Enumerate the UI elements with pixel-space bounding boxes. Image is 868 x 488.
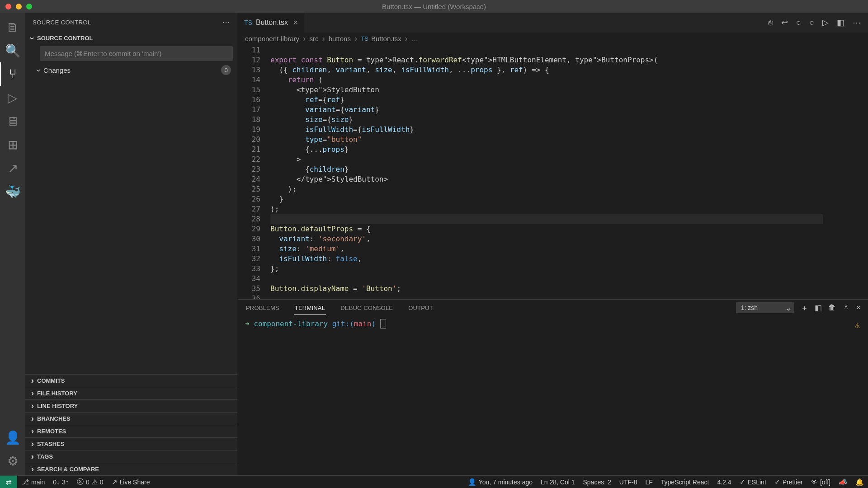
activity-remote[interactable]: 🖥 [0,109,25,133]
run-icon[interactable]: ▷ [822,18,829,28]
status-liveshare[interactable]: ↗ Live Share [108,478,154,486]
status-bell[interactable]: 🔔 [851,478,868,486]
more-icon[interactable]: ⋯ [222,17,231,27]
changes-row[interactable]: Changes 0 [25,64,237,76]
minimap[interactable] [823,45,868,299]
status-sync[interactable]: 0↓ 3↑ [49,479,73,486]
sidebar: SOURCE CONTROL ⋯ SOURCE CONTROL Changes … [25,13,238,475]
next-change-icon[interactable]: ○ [809,18,814,28]
warning-icon: ⚠ [92,478,98,486]
status-spell[interactable]: 👁[off] [807,478,835,486]
split-editor-icon[interactable]: ◧ [837,18,844,28]
breadcrumb-part[interactable]: component-library [245,35,299,42]
terminal[interactable]: ➜ component-library git:(main) ⚠ [238,316,868,475]
error-icon: ⓧ [77,478,84,486]
changes-count-badge: 0 [221,65,231,75]
kill-terminal-icon[interactable]: 🗑 [828,303,836,312]
status-branch-label: main [31,479,45,486]
section-file-history[interactable]: FILE HISTORY [25,387,237,399]
status-feedback[interactable]: 📣 [835,478,851,486]
section-stashes[interactable]: STASHES [25,437,237,450]
activity-search[interactable]: 🔍 [0,39,25,62]
code[interactable]: export const Button = type">React.forwar… [270,45,868,299]
activity-scm[interactable]: ⑂ [0,62,25,86]
panel-tab-output[interactable]: OUTPUT [407,301,434,314]
panel-tab-debug-console[interactable]: DEBUG CONSOLE [340,301,394,314]
bottom-panel: PROBLEMS TERMINAL DEBUG CONSOLE OUTPUT 1… [238,299,868,475]
section-label: TAGS [37,453,53,460]
status-ts-ver[interactable]: 4.2.4 [713,479,735,486]
status-bar: ⇄ ⎇ main 0↓ 3↑ ⓧ0 ⚠0 ↗ Live Share 👤 You,… [0,475,868,488]
status-problems[interactable]: ⓧ0 ⚠0 [73,478,108,486]
status-cursor[interactable]: Ln 28, Col 1 [537,479,579,486]
status-eslint[interactable]: ✓ESLint [736,478,770,486]
status-eol[interactable]: LF [641,479,656,486]
close-icon[interactable]: × [293,18,298,27]
status-eslint-label: ESLint [748,479,766,486]
activity-docker[interactable]: 🐳 [0,180,25,203]
status-encoding[interactable]: UTF-8 [615,479,642,486]
window-maximize[interactable] [26,4,32,9]
activity-extensions[interactable]: ⊞ [0,133,25,156]
activity-run[interactable]: ▷ [0,86,25,109]
scm-section-label: SOURCE CONTROL [37,35,93,42]
split-terminal-icon[interactable]: ◧ [815,303,822,313]
panel-tab-terminal[interactable]: TERMINAL [294,301,326,315]
window-minimize[interactable] [16,4,22,9]
activity-liveshare[interactable]: ↗ [0,156,25,180]
check-icon: ✓ [774,478,780,486]
activity-settings[interactable]: ⚙ [0,449,25,473]
section-search-compare[interactable]: SEARCH & COMPARE [25,463,237,475]
changes-label: Changes [43,66,71,74]
scm-section-header[interactable]: SOURCE CONTROL [25,32,237,44]
terminal-selector[interactable]: 1: zsh [736,302,794,313]
status-prettier[interactable]: ✓Prettier [770,478,807,486]
breadcrumb[interactable]: component-library src buttons TS Button.… [238,33,868,45]
activity-explorer[interactable]: 🗎 [0,15,25,39]
status-prettier-label: Prettier [783,479,803,486]
breadcrumb-part[interactable]: Button.tsx [371,35,401,42]
status-eol-label: LF [645,479,652,486]
section-remotes[interactable]: REMOTES [25,425,237,437]
status-cursor-label: Ln 28, Col 1 [541,479,575,486]
close-panel-icon[interactable]: × [856,303,861,312]
prompt-branch: main [354,319,372,328]
section-commits[interactable]: COMMITS [25,374,237,387]
window-close[interactable] [5,4,11,9]
warning-icon[interactable]: ⚠ [854,319,860,330]
prev-change-icon[interactable]: ○ [796,18,801,28]
status-language[interactable]: TypeScript React [657,479,713,486]
window-title: Button.tsx — Untitled (Workspace) [0,3,868,10]
bell-icon: 🔔 [855,478,864,486]
compare-changes-icon[interactable]: ⎋ [768,18,773,28]
status-spaces[interactable]: Spaces: 2 [579,479,615,486]
panel-tabs: PROBLEMS TERMINAL DEBUG CONSOLE OUTPUT 1… [238,300,868,316]
new-terminal-icon[interactable]: ＋ [801,303,808,313]
chevron-right-icon [319,34,327,44]
tab-bar: TS Button.tsx × ⎋ ↩ ○ ○ ▷ ◧ ⋯ [238,13,868,33]
section-label: REMOTES [37,428,66,435]
breadcrumb-part[interactable]: src [309,35,318,42]
tab-label: Button.tsx [256,19,288,27]
breadcrumb-part[interactable]: ... [411,35,417,42]
go-back-icon[interactable]: ↩ [781,18,788,28]
status-language-label: TypeScript React [661,479,709,486]
remote-button[interactable]: ⇄ [0,476,17,488]
check-icon: ✓ [740,478,745,486]
section-branches[interactable]: BRANCHES [25,412,237,425]
terminal-cursor [380,319,387,328]
editor-body[interactable]: 1112131415161718192021222324252627282930… [238,45,868,299]
more-actions-icon[interactable]: ⋯ [853,18,861,28]
sidebar-title-label: SOURCE CONTROL [33,19,91,26]
panel-tab-problems[interactable]: PROBLEMS [245,301,280,314]
section-line-history[interactable]: LINE HISTORY [25,399,237,412]
status-branch[interactable]: ⎇ main [17,478,49,486]
tab-button-tsx[interactable]: TS Button.tsx × [238,13,305,33]
breadcrumb-part[interactable]: buttons [329,35,351,42]
maximize-panel-icon[interactable]: ＾ [842,303,850,313]
section-tags[interactable]: TAGS [25,450,237,463]
commit-message-input[interactable] [40,46,233,61]
status-encoding-label: UTF-8 [619,479,637,486]
status-blame[interactable]: 👤 You, 7 minutes ago [464,478,537,486]
activity-accounts[interactable]: 👤 [0,426,25,449]
